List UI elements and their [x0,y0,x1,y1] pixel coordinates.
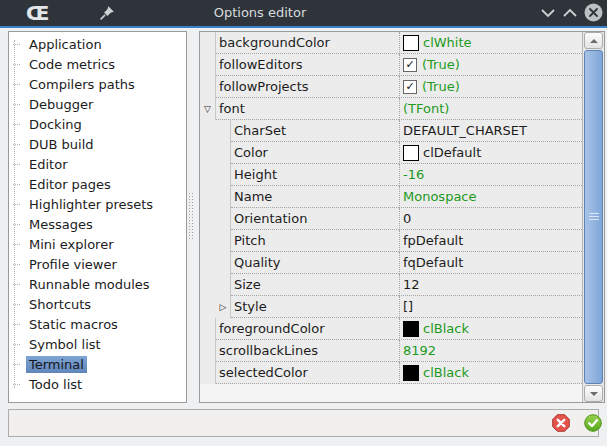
row-indent-gutter [216,230,231,252]
sidebar-item-highlighter-presets[interactable]: Highlighter presets [9,194,186,214]
sidebar-item-todo-list[interactable]: Todo list [9,374,186,394]
sidebar-item-label: Application [26,36,105,53]
property-value: clBlack [423,365,469,380]
sidebar-item-dub-build[interactable]: DUB build [9,134,186,154]
property-name: Style [231,296,399,318]
property-value-cell[interactable]: -16 [399,164,582,186]
minimize-button[interactable] [541,7,555,19]
row-indent-gutter [216,142,231,164]
sidebar-item-terminal[interactable]: Terminal [9,354,186,374]
property-value-cell[interactable]: clDefault [399,142,582,164]
sidebar-item-editor-pages[interactable]: Editor pages [9,174,186,194]
expand-arrow-icon[interactable]: ▷ [216,296,231,318]
property-value-cell[interactable]: clWhite [399,32,582,54]
row-indent-gutter [216,120,231,142]
property-name: Orientation [231,208,399,230]
maximize-button[interactable] [563,7,577,19]
property-value-cell[interactable]: (TFont) [399,98,582,120]
sidebar-item-label: Profile viewer [26,256,120,273]
checkbox[interactable]: ✓ [403,80,417,94]
sidebar-item-runnable-modules[interactable]: Runnable modules [9,274,186,294]
titlebar-accent-line [0,26,607,28]
property-value-cell[interactable]: ✓(True) [399,76,582,98]
row-indent-gutter [216,208,231,230]
property-name: CharSet [231,120,399,142]
property-value: fqDefault [403,255,463,270]
property-value-cell[interactable]: 12 [399,274,582,296]
property-grid[interactable]: backgroundColor clWhite followEditors ✓(… [199,31,605,403]
property-name: Color [231,142,399,164]
sidebar-item-static-macros[interactable]: Static macros [9,314,186,334]
sidebar-item-label: Static macros [26,316,121,333]
property-row-backgroundColor[interactable]: backgroundColor clWhite [200,32,582,54]
property-row-font[interactable]: ▽ font (TFont) [200,98,582,120]
property-row-scrollbackLines[interactable]: scrollbackLines 8192 [200,340,582,362]
titlebar[interactable]: Œ Options editor [0,0,607,26]
property-value-cell[interactable]: [] [399,296,582,318]
close-button[interactable] [584,3,603,22]
property-row-foregroundColor[interactable]: foregroundColor clBlack [200,318,582,340]
property-row-Size[interactable]: Size 12 [200,274,582,296]
property-value-cell[interactable]: ✓(True) [399,54,582,76]
collapse-arrow-icon[interactable]: ▽ [200,98,216,120]
scrollbar-thumb[interactable] [584,50,603,384]
color-swatch[interactable] [403,145,419,161]
sidebar-item-docking[interactable]: Docking [9,114,186,134]
property-value-cell[interactable]: fqDefault [399,252,582,274]
property-value: -16 [403,167,424,182]
property-row-Orientation[interactable]: Orientation 0 [200,208,582,230]
sidebar-item-label: Editor [26,156,70,173]
sidebar-item-symbol-list[interactable]: Symbol list [9,334,186,354]
property-value-cell[interactable]: fpDefault [399,230,582,252]
color-swatch[interactable] [403,321,419,337]
property-value-cell[interactable]: Monospace [399,186,582,208]
sidebar-item-editor[interactable]: Editor [9,154,186,174]
sidebar-item-mini-explorer[interactable]: Mini explorer [9,234,186,254]
property-row-Height[interactable]: Height -16 [200,164,582,186]
property-row-Pitch[interactable]: Pitch fpDefault [200,230,582,252]
checkbox[interactable]: ✓ [403,58,417,72]
scroll-up-button[interactable] [584,32,603,49]
property-value-cell[interactable]: 8192 [399,340,582,362]
property-value-cell[interactable]: clBlack [399,318,582,340]
sidebar-item-compilers-paths[interactable]: Compilers paths [9,74,186,94]
property-value-cell[interactable]: DEFAULT_CHARSET [399,120,582,142]
splitter-handle[interactable] [188,192,195,240]
property-row-followEditors[interactable]: followEditors ✓(True) [200,54,582,76]
row-indent-gutter [216,164,231,186]
property-value-cell[interactable]: clBlack [399,362,582,384]
property-row-Color[interactable]: Color clDefault [200,142,582,164]
property-row-Name[interactable]: Name Monospace [200,186,582,208]
color-swatch[interactable] [403,365,419,381]
category-list[interactable]: Application Code metrics Compilers paths… [8,31,187,403]
scroll-down-arrow-icon [590,392,598,396]
scrollbar-grip-icon [589,213,599,221]
sidebar-item-messages[interactable]: Messages [9,214,186,234]
color-swatch[interactable] [403,35,419,51]
footer-panel [8,409,599,437]
sidebar-item-shortcuts[interactable]: Shortcuts [9,294,186,314]
property-row-Quality[interactable]: Quality fqDefault [200,252,582,274]
scroll-up-arrow-icon [590,39,598,43]
accept-button[interactable] [584,414,602,432]
property-name: font [216,98,399,120]
sidebar-items-container: Application Code metrics Compilers paths… [9,34,186,394]
scroll-down-button[interactable] [584,385,603,402]
property-value-cell[interactable]: 0 [399,208,582,230]
sidebar-item-application[interactable]: Application [9,34,186,54]
sidebar-item-label: Symbol list [26,336,104,353]
sidebar-item-profile-viewer[interactable]: Profile viewer [9,254,186,274]
sidebar-item-code-metrics[interactable]: Code metrics [9,54,186,74]
property-row-selectedColor[interactable]: selectedColor clBlack [200,362,582,384]
cancel-button[interactable] [552,414,570,432]
sidebar-item-debugger[interactable]: Debugger [9,94,186,114]
options-editor-window: { "titlebar": { "title": "Options editor… [0,0,607,446]
property-name: foregroundColor [216,318,399,340]
row-gutter [200,318,216,340]
property-row-CharSet[interactable]: CharSet DEFAULT_CHARSET [200,120,582,142]
vertical-scrollbar[interactable] [582,32,604,402]
property-row-followProjects[interactable]: followProjects ✓(True) [200,76,582,98]
row-gutter [200,54,216,76]
sidebar-item-label: DUB build [26,136,97,153]
property-row-Style[interactable]: ▷ Style [] [200,296,582,318]
